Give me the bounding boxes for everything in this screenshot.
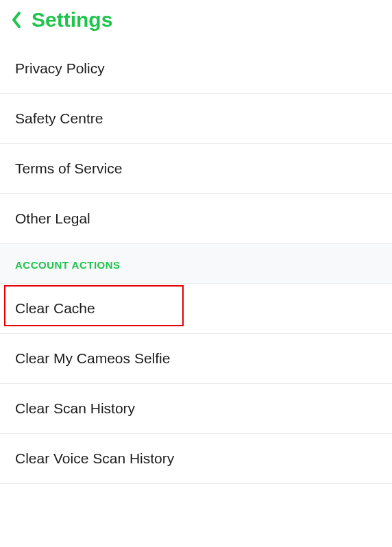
list-item-label: Clear Cache — [15, 300, 95, 316]
list-item-label: Safety Centre — [15, 110, 103, 126]
list-item-label: Clear My Cameos Selfie — [15, 350, 170, 366]
list-item-clear-cameos-selfie[interactable]: Clear My Cameos Selfie — [0, 334, 392, 384]
back-icon[interactable] — [11, 10, 22, 29]
list-item-label: Terms of Service — [15, 160, 122, 176]
list-item-safety-centre[interactable]: Safety Centre — [0, 94, 392, 144]
list-item-privacy-policy[interactable]: Privacy Policy — [0, 44, 392, 94]
list-item-clear-cache[interactable]: Clear Cache — [0, 284, 392, 334]
list-item-label: Other Legal — [15, 210, 90, 226]
list-item-label: Privacy Policy — [15, 60, 105, 76]
section-header-account-actions: ACCOUNT ACTIONS — [0, 244, 392, 284]
list-item-other-legal[interactable]: Other Legal — [0, 194, 392, 244]
list-item-terms-of-service[interactable]: Terms of Service — [0, 144, 392, 194]
list-item-label: Clear Voice Scan History — [15, 450, 174, 466]
page-title: Settings — [32, 8, 112, 32]
list-item-clear-voice-scan-history[interactable]: Clear Voice Scan History — [0, 434, 392, 484]
list-item-label: Clear Scan History — [15, 400, 135, 416]
list-item-clear-scan-history[interactable]: Clear Scan History — [0, 384, 392, 434]
header: Settings — [0, 0, 392, 44]
